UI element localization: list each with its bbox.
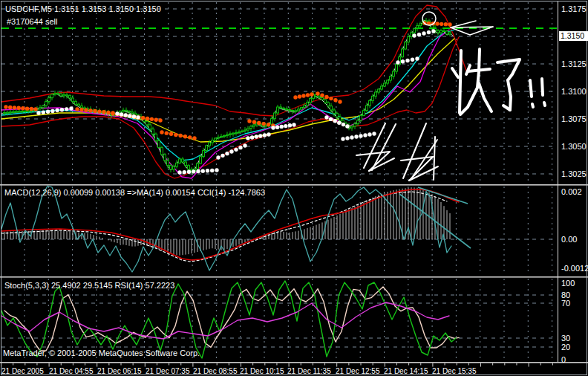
macd-axis-label: 0.00 <box>561 235 577 244</box>
hand-zigzag-arrow-annotation <box>401 157 433 161</box>
copyright-label: MetaTrader, © 2001-2005 MetaQuotes Softw… <box>3 349 200 358</box>
time-axis-label: 21 Dec 04:55 <box>49 367 94 376</box>
stoch-axis-label: 70 <box>561 299 570 308</box>
hand-text-annotation <box>508 80 511 110</box>
candles-layer <box>4 18 451 174</box>
stoch-axis-label: 30 <box>561 334 570 343</box>
time-axis-label: 21 Dec 07:35 <box>146 367 190 376</box>
stoch-axis-label: 100 <box>561 279 575 288</box>
hand-text-annotation <box>544 103 545 106</box>
hand-text-annotation <box>542 79 543 95</box>
ma-magenta <box>1 30 449 178</box>
ma-yellow <box>1 39 454 142</box>
hand-text-annotation <box>532 104 533 107</box>
hand-text-annotation <box>479 49 480 71</box>
macd-indicator-header: MACD(12,26,9) 0.00099 0.00138 =>MA(14) 0… <box>4 188 265 198</box>
stoch-indicator-header: Stoch(5,3,3) 25.4902 29.5145 RSI(14) 57.… <box>4 281 174 291</box>
stoch-axis-label: 0 <box>561 355 566 364</box>
stoch-pane-layer <box>1 281 459 358</box>
price-axis-label: 1.3075 <box>561 114 587 123</box>
time-axis-ticks <box>1 363 553 367</box>
hand-zigzag-arrow-annotation <box>356 152 390 155</box>
current-price-tag: 1.3150 <box>559 31 588 41</box>
pane-separator <box>0 276 588 278</box>
time-axis-label: 21 Dec 06:15 <box>97 367 142 376</box>
hand-zigzag-arrow-annotation <box>409 157 433 181</box>
hand-zigzag-arrow-annotation <box>434 137 435 180</box>
time-axis-label: 21 Dec 14:15 <box>384 367 428 376</box>
macd-pane-layer <box>1 186 471 272</box>
macd-axis-label: -0.00125 <box>561 264 588 273</box>
pane-separator <box>0 362 588 363</box>
hand-drawn-annotations <box>356 12 545 181</box>
pane-separator <box>0 184 588 186</box>
hand-zigzag-arrow-annotation <box>364 123 385 168</box>
time-axis-label: 21 Dec 10:15 <box>240 367 284 376</box>
hand-text-annotation <box>530 80 532 97</box>
hand-arrow-left-annotation <box>451 21 493 27</box>
bollinger-upper-band <box>1 5 466 116</box>
price-axis-label: 1.3050 <box>561 142 587 151</box>
time-axis-label: 21 Dec 2005 <box>1 367 44 376</box>
time-axis-label: 21 Dec 12:55 <box>336 367 380 376</box>
hand-text-annotation <box>460 71 479 114</box>
hand-text-annotation <box>460 51 461 113</box>
price-axis-label: 1.3125 <box>561 59 587 68</box>
time-axis-label: 21 Dec 11:35 <box>287 367 331 376</box>
time-axis-label: 21 Dec 15:35 <box>432 367 477 376</box>
hand-zigzag-arrow-annotation <box>403 123 426 178</box>
macd-axis-label: 0.002 <box>561 187 582 196</box>
stoch-axis-label: 20 <box>561 343 570 351</box>
hand-text-annotation <box>452 68 458 77</box>
time-axis-label: 21 Dec 08:55 <box>193 367 238 376</box>
price-axis-label: 1.3025 <box>561 169 587 178</box>
hand-text-annotation <box>479 83 491 111</box>
grid-layer <box>1 2 557 360</box>
mt4-chart-window: USDCHF,M5 1.3151 1.3153 1.3150 1.3150 #3… <box>0 0 588 376</box>
price-axis-label: 1.3100 <box>561 87 587 96</box>
hand-text-annotation <box>497 59 520 62</box>
symbol-header: USDCHF,M5 1.3151 1.3153 1.3150 1.3150 <box>5 4 161 14</box>
price-axis-label: 1.3175 <box>561 4 587 13</box>
hand-text-annotation <box>508 59 520 80</box>
order-label: #3170644 sell <box>7 17 58 27</box>
